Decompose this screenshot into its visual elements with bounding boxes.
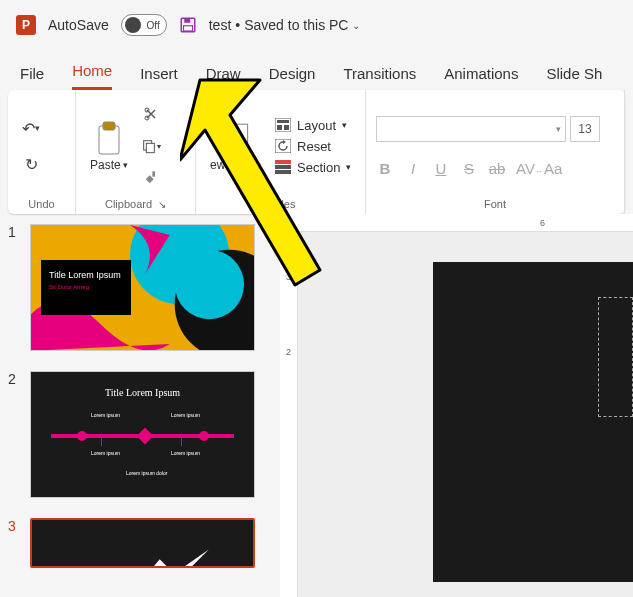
autosave-toggle[interactable]: Off (121, 14, 167, 36)
reset-button[interactable]: Reset (275, 139, 351, 154)
svg-rect-13 (277, 120, 289, 123)
paste-button[interactable]: Paste▾ (86, 118, 132, 174)
layout-button[interactable]: Layout▾ (275, 118, 351, 133)
font-family-select[interactable]: ▾ (376, 116, 566, 142)
save-icon[interactable] (179, 16, 197, 34)
slide-thumbnail-2[interactable]: Title Lorem Ipsum Lorem ipsum Lorem ipsu… (30, 371, 255, 498)
autosave-label: AutoSave (48, 17, 109, 33)
underline-button[interactable]: U (432, 160, 450, 177)
tab-transitions[interactable]: Transitions (343, 65, 416, 90)
ribbon-tabs: File Home Insert Draw Design Transitions… (0, 50, 633, 90)
slide-canvas[interactable] (298, 232, 633, 597)
font-size-select[interactable]: 13 (570, 116, 600, 142)
tab-design[interactable]: Design (269, 65, 316, 90)
format-painter-button[interactable] (138, 165, 164, 191)
horizontal-ruler: 6 (280, 214, 633, 232)
svg-rect-8 (146, 143, 154, 152)
font-group-label: Font (376, 196, 614, 212)
redo-button[interactable]: ↻ (18, 151, 44, 177)
cut-button[interactable] (138, 101, 164, 127)
copy-button[interactable]: ▾ (138, 133, 164, 159)
document-title[interactable]: test • Saved to this PC ⌄ (209, 17, 361, 33)
svg-point-22 (175, 250, 244, 319)
clipboard-dialog-launcher[interactable]: ↘ (158, 199, 166, 210)
undo-group-label: Undo (18, 196, 65, 212)
thumb-number: 1 (8, 224, 20, 351)
slides-group-label: Slides (206, 196, 355, 212)
strikethrough-button[interactable]: ab (488, 160, 506, 177)
svg-rect-9 (152, 171, 155, 176)
section-button[interactable]: Section▾ (275, 160, 351, 175)
italic-button[interactable]: I (404, 160, 422, 177)
tab-home[interactable]: Home (72, 62, 112, 90)
svg-rect-18 (275, 165, 291, 169)
svg-rect-14 (277, 125, 282, 130)
slide-thumbnail-pane: 1 Title Lorem IpsumSit Dolor Ameg 2 Titl… (0, 214, 280, 597)
char-spacing-button[interactable]: AV↔ (516, 160, 534, 177)
shadow-button[interactable]: S (460, 160, 478, 177)
placeholder-box[interactable] (598, 297, 633, 417)
change-case-button[interactable]: Aa (544, 160, 562, 177)
tab-animations[interactable]: Animations (444, 65, 518, 90)
svg-rect-19 (275, 170, 291, 174)
svg-rect-2 (183, 26, 192, 31)
slide-thumbnail-1[interactable]: Title Lorem IpsumSit Dolor Ameg (30, 224, 255, 351)
chevron-down-icon: ⌄ (352, 20, 360, 31)
title-bar: P AutoSave Off test • Saved to this PC ⌄ (0, 0, 633, 50)
vertical-ruler: 3 2 (280, 232, 298, 597)
tab-insert[interactable]: Insert (140, 65, 178, 90)
svg-rect-15 (284, 125, 289, 130)
undo-button[interactable]: ↶▾ (18, 115, 44, 141)
tab-file[interactable]: File (20, 65, 44, 90)
clipboard-group-label: Clipboard (105, 198, 152, 210)
new-slide-button[interactable]: ew Sli…▾ (206, 118, 265, 174)
svg-rect-17 (275, 160, 291, 164)
powerpoint-icon: P (16, 15, 36, 35)
tab-slideshow[interactable]: Slide Sh (546, 65, 602, 90)
ribbon: ↶▾ ↻ Undo Paste▾ ▾ Clipboard↘ ew Sli…▾ (8, 90, 625, 214)
slide-thumbnail-3[interactable] (30, 518, 255, 568)
thumb-number: 3 (8, 518, 20, 568)
bold-button[interactable]: B (376, 160, 394, 177)
svg-rect-4 (103, 122, 115, 130)
svg-rect-1 (184, 18, 190, 23)
thumb-number: 2 (8, 371, 20, 498)
tab-draw[interactable]: Draw (206, 65, 241, 90)
